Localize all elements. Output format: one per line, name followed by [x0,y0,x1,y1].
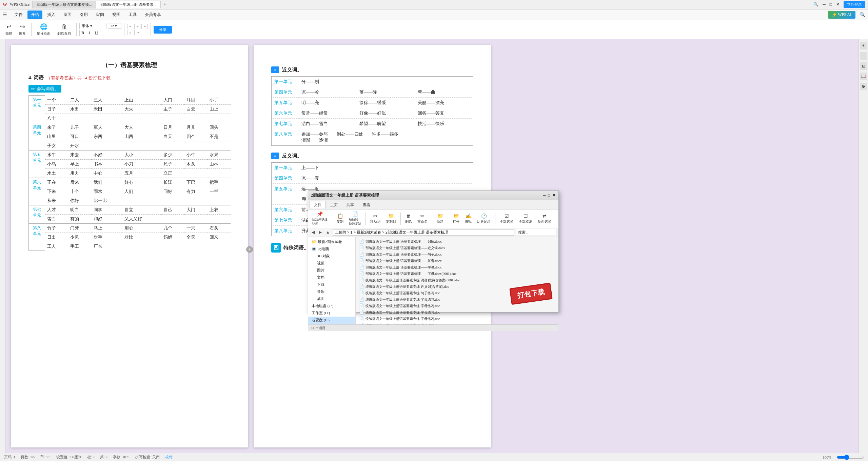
fe-back-button[interactable]: ◀ [310,229,316,235]
list-item[interactable]: 📄统编版语文一年级上册语基要素专练 字母练习.doc [357,309,557,316]
italic-button[interactable]: I [87,30,92,36]
list-item[interactable]: 📄部编版语文一年级上册 语基要素梳理——近义词.docx [357,245,557,251]
fit-page-button[interactable]: ⊡ [860,62,867,70]
menu-page[interactable]: 页面 [60,11,75,19]
add-section-button[interactable]: + [246,246,253,253]
fe-invert-button[interactable]: ⇄ 反向选择 [536,213,553,225]
fe-search-box[interactable]: 搜索... [516,229,556,236]
word-cell: 一个 [45,96,68,105]
bold-button[interactable]: B [79,30,86,36]
tab-doc2[interactable]: 部编版语文一年级上册 语基要素... [96,1,161,8]
list-item[interactable]: 📄部编版语文一年级上册 语基要素梳理——拼音.docx [357,258,557,264]
translate-icon: 🌐 [40,23,47,31]
fe-sidebar-pictures[interactable]: 图片 [308,267,355,274]
zoom-out-button[interactable]: − [860,52,867,60]
fe-edit-button[interactable]: ✍ 编辑 [463,213,474,225]
word-cell: 人才 [45,205,68,214]
table-row: 八十 [29,114,231,123]
search-ribbon-icon[interactable]: 🔍 [860,12,865,18]
fe-sidebar-drivd[interactable]: 工作室 (D:) [308,309,355,317]
align-center-button[interactable]: ≡ [134,24,140,29]
indent-button[interactable]: → [134,30,142,35]
fe-copy-button[interactable]: 📋 复制 [335,213,346,225]
menu-start[interactable]: 开始 [27,11,42,19]
hamburger-icon[interactable]: ☰ [3,12,7,18]
zoom-in-button[interactable]: + [860,42,867,49]
menu-vip[interactable]: 会员专享 [141,11,164,19]
register-button[interactable]: 立即登录 [844,1,865,8]
fe-rename-button[interactable]: ✏ 重命名 [415,213,430,225]
list-item[interactable]: 📄统编版语文一年级上册语基要素专练 字母练习.doc [357,316,557,322]
menu-insert[interactable]: 插入 [44,11,59,19]
fe-copyto-button[interactable]: 📁 复制到 [384,213,398,225]
wps-ai-button[interactable]: ⚡ WPS AI [828,11,855,19]
settings-button[interactable]: ⚙ [860,83,867,90]
share-button[interactable]: 分享 [154,26,172,34]
search-icon[interactable]: 🔍 [813,2,818,7]
underline-button[interactable]: U [93,30,100,36]
fe-tab-file[interactable]: 文件 [310,201,326,208]
fe-sidebar-computer[interactable]: 💻 此电脑 [308,245,355,253]
menu-tools[interactable]: 工具 [125,11,140,19]
fe-up-button[interactable]: ▲ [324,229,331,235]
fe-close[interactable]: ✕ [552,193,556,198]
close-button[interactable]: ✕ [836,2,840,7]
menu-ref[interactable]: 引用 [76,11,91,19]
minimize-button[interactable]: ─ [823,2,826,7]
list-item[interactable]: 📄部编版语文一年级上册 语基要素梳理——词语.docx [357,238,557,245]
tab-add-button[interactable]: + [161,1,169,8]
menu-review[interactable]: 审阅 [93,11,107,19]
fe-address-input[interactable] [333,229,514,236]
translate-page-button[interactable]: 🌐 翻译页面 [34,22,53,37]
list-item[interactable]: 📄统编版语文一年级上册语基要素专练 字母练习.doc [357,322,557,324]
proof-button[interactable]: 校对 [165,455,173,460]
fe-maximize[interactable]: □ [548,193,550,198]
zoom-slider[interactable] [837,455,864,460]
fe-sidebar-downloads[interactable]: 下载 [308,281,355,288]
fe-forward-button[interactable]: ▶ [317,229,323,235]
redo-button[interactable]: ↪ 恢复 [16,22,28,37]
align-right-button[interactable]: ≡ [141,24,147,29]
fe-sidebar-3d[interactable]: 3D 对象 [308,253,355,260]
fe-deselect-button[interactable]: ☐ 全部取消 [517,213,534,225]
font-name-selector[interactable]: 宋体 ▾ [79,23,106,29]
line-spacing-button[interactable]: ↕ [127,30,133,35]
fe-sidebar-drive[interactable]: 老硬盘 (E:) [308,317,355,324]
maximize-button[interactable]: □ [830,2,832,7]
fe-move-button[interactable]: ✂ 移动到 [368,213,382,225]
tab-doc1[interactable]: 部编版一年级上册语文期末专项... [32,1,96,8]
fe-sidebar-recent[interactable]: 📁 最新2期末试卷 [308,238,355,245]
align-left-button[interactable]: ≡ [127,24,133,29]
fe-sidebar-desktop[interactable]: 桌面 [308,295,355,302]
fe-sidebar-drivc[interactable]: 本地磁盘 (C:) [308,302,355,309]
fe-select-all-button[interactable]: ☑ 全部选择 [498,213,515,225]
fe-paste-button[interactable]: 📄 粘贴到快速复制 [347,211,363,227]
word-cell: 把手 [208,178,231,187]
fe-pin-button[interactable]: 📌 固定到快速访问 [310,211,330,227]
list-item[interactable]: 📄统编版语文一年级上册语基要素专练 字母练习.doc [357,303,557,309]
fe-tab-share[interactable]: 共享 [342,201,358,208]
fe-minimize[interactable]: ─ [543,193,546,198]
fe-sidebar-video[interactable]: 视频 [308,260,355,267]
fe-sidebar-documents[interactable]: 文档 [308,274,355,281]
fe-history-button[interactable]: 🕐 历史记录 [475,213,493,225]
fe-open-button[interactable]: 📂 打开 [451,213,461,225]
fe-sidebar-music[interactable]: 音乐 [308,288,355,295]
delete-header-button[interactable]: 🗑 删除页眉 [55,22,74,37]
fe-tab-view[interactable]: 查看 [358,201,375,208]
word-cell: 水果 [208,150,231,159]
fe-delete-button[interactable]: 🗑 删除 [403,213,414,225]
menu-file[interactable]: 文件 [11,11,26,19]
fe-tab-home[interactable]: 主页 [326,201,342,208]
menu-view[interactable]: 视图 [109,11,124,19]
history-label: 历史记录 [477,219,491,224]
list-item[interactable]: 📄部编版语文一年级上册 语基要素梳理——句子.docx [357,251,557,258]
font-size-selector[interactable]: 12 ▾ [108,23,121,29]
read-mode-button[interactable]: 📖 [860,73,867,80]
undo-button[interactable]: ↩ 撤销 [3,22,15,37]
list-item[interactable]: 📄部编版语文一年级上册 语基要素梳理——字母.docx(0001).doc [357,270,557,277]
fe-new-button[interactable]: 📁 新建 [435,213,446,225]
list-item[interactable]: 📄统编版语文一年级上册语基要素专练 词语积累(含答案(0001).doc [357,277,557,283]
list-item[interactable]: 📄部编版语文一年级上册 语基要素梳理——字母.docx [357,264,557,270]
ribbon-tools: ↩ 撤销 ↪ 恢复 🌐 翻译页面 🗑 删除页眉 宋体 ▾ 12 ▾ B I U [0,20,868,39]
